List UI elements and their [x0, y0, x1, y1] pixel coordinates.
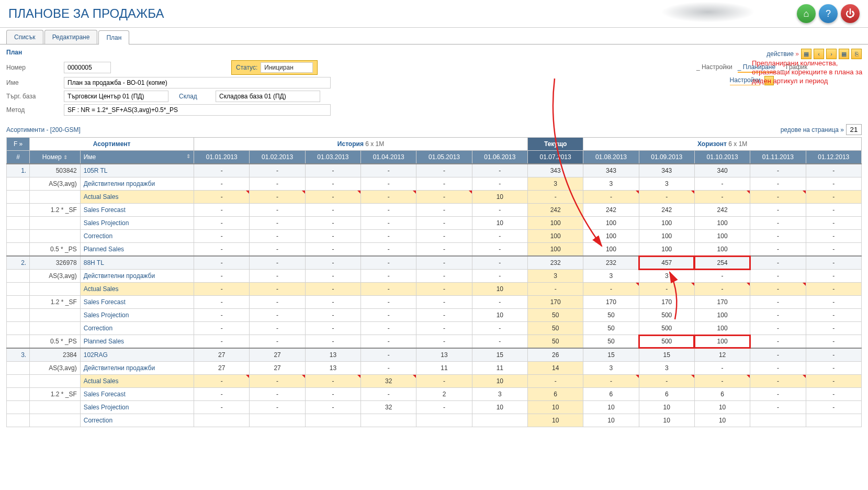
cell-value[interactable]: - [250, 177, 305, 191]
cell-name[interactable]: Sales Projection [80, 401, 194, 414]
cell-value[interactable]: - [305, 388, 360, 401]
cell-value[interactable]: 100 [583, 243, 639, 257]
cell-value[interactable]: - [361, 362, 416, 375]
cell-value[interactable]: - [361, 309, 416, 322]
cell-value[interactable]: 10 [694, 401, 750, 414]
cell-name[interactable]: Sales Forecast [80, 296, 194, 309]
cell-value[interactable]: 10 [694, 414, 750, 427]
cell-value[interactable]: - [250, 283, 305, 296]
cell-value[interactable] [750, 414, 806, 427]
cell-value[interactable]: - [361, 283, 416, 296]
cell-value[interactable]: 100 [694, 243, 750, 257]
cell-value[interactable]: - [750, 335, 806, 349]
cell-value[interactable]: 27 [194, 348, 250, 362]
home-icon[interactable]: ⌂ [797, 4, 816, 23]
cell-value[interactable] [194, 414, 250, 427]
cell-value[interactable]: - [194, 375, 250, 388]
cell-value[interactable]: - [416, 270, 472, 283]
cell-value[interactable]: 242 [639, 204, 694, 217]
cell-name[interactable]: Действителни продажби [80, 270, 194, 283]
cell-value[interactable]: 242 [583, 204, 639, 217]
subtab-settings[interactable]: _ Настройки [696, 62, 732, 73]
cell-value[interactable]: - [194, 270, 250, 283]
cell-value[interactable]: - [639, 375, 694, 388]
cell-value[interactable]: - [806, 388, 861, 401]
cell-value[interactable]: - [416, 177, 472, 191]
cell-value[interactable]: 3 [527, 270, 583, 283]
cell-value[interactable]: - [250, 164, 305, 177]
col-date[interactable]: 01.11.2013 [750, 151, 806, 164]
cell-value[interactable]: 13 [305, 362, 360, 375]
cell-value[interactable]: 3 [583, 177, 639, 191]
cell-value[interactable]: - [806, 309, 861, 322]
cell-value[interactable]: - [694, 362, 750, 375]
cell-value[interactable]: 500 [639, 322, 694, 335]
cell-value[interactable]: - [750, 388, 806, 401]
cell-value[interactable] [250, 414, 305, 427]
cell-value[interactable]: 3 [639, 177, 694, 191]
number-input[interactable] [64, 62, 111, 73]
cell-value[interactable]: - [194, 335, 250, 349]
cell-value[interactable]: - [750, 283, 806, 296]
cell-value[interactable]: - [305, 217, 360, 230]
cell-value[interactable]: - [694, 270, 750, 283]
cell-value[interactable] [472, 414, 527, 427]
cell-value[interactable]: 100 [527, 217, 583, 230]
cell-value[interactable]: - [583, 375, 639, 388]
nav-next-icon[interactable]: › [826, 49, 837, 59]
cell-value[interactable]: - [416, 256, 472, 270]
cell-value[interactable]: - [806, 256, 861, 270]
cell-value[interactable]: - [416, 309, 472, 322]
cell-value[interactable]: - [194, 256, 250, 270]
cell-value[interactable] [806, 414, 861, 427]
cell-value[interactable]: - [806, 204, 861, 217]
cell-value[interactable]: - [750, 401, 806, 414]
cell-value[interactable]: - [694, 283, 750, 296]
cell-value[interactable]: 170 [583, 296, 639, 309]
cell-value[interactable]: 100 [527, 230, 583, 243]
cell-value[interactable]: 6 [639, 388, 694, 401]
cell-value[interactable]: - [194, 243, 250, 257]
cell-value[interactable]: - [416, 217, 472, 230]
cell-value[interactable]: 100 [694, 217, 750, 230]
cell-value[interactable]: - [305, 164, 360, 177]
cell-value[interactable]: 50 [527, 335, 583, 349]
cell-value[interactable]: 15 [472, 348, 527, 362]
cell-value[interactable]: 50 [527, 322, 583, 335]
cell-value[interactable]: - [806, 191, 861, 204]
power-icon[interactable]: ⏻ [841, 4, 860, 23]
cell-value[interactable]: - [750, 348, 806, 362]
cell-name[interactable]: Actual Sales [80, 191, 194, 204]
cell-value[interactable]: - [305, 191, 360, 204]
cell-value[interactable]: - [806, 348, 861, 362]
cell-value[interactable]: - [194, 296, 250, 309]
cell-value[interactable]: - [361, 322, 416, 335]
action-link[interactable]: действие » [766, 50, 799, 58]
cell-value[interactable]: 100 [694, 335, 750, 349]
cell-value[interactable]: 100 [694, 309, 750, 322]
cell-value[interactable]: - [750, 164, 806, 177]
cell-value[interactable] [305, 414, 360, 427]
cell-value[interactable]: - [361, 270, 416, 283]
cell-value[interactable]: 10 [527, 401, 583, 414]
cell-value[interactable]: 242 [694, 204, 750, 217]
cell-value[interactable]: - [416, 204, 472, 217]
cell-value[interactable]: - [472, 335, 527, 349]
cell-name[interactable]: Planned Sales [80, 335, 194, 349]
cell-value[interactable]: - [250, 270, 305, 283]
col-date[interactable]: 01.09.2013 [639, 151, 694, 164]
cell-value[interactable] [361, 414, 416, 427]
col-date[interactable]: 01.10.2013 [694, 151, 750, 164]
cell-value[interactable]: 12 [694, 348, 750, 362]
cell-value[interactable]: - [750, 375, 806, 388]
cell-value[interactable]: 3 [527, 177, 583, 191]
col-date[interactable]: 01.06.2013 [472, 151, 527, 164]
tab-edit[interactable]: Редактиране [44, 30, 98, 44]
cell-value[interactable]: - [305, 322, 360, 335]
cell-value[interactable]: 27 [194, 362, 250, 375]
cell-value[interactable]: - [472, 270, 527, 283]
cell-value[interactable]: - [361, 164, 416, 177]
cell-value[interactable]: - [694, 177, 750, 191]
cell-value[interactable]: - [806, 296, 861, 309]
warehouse-input[interactable] [216, 91, 320, 102]
